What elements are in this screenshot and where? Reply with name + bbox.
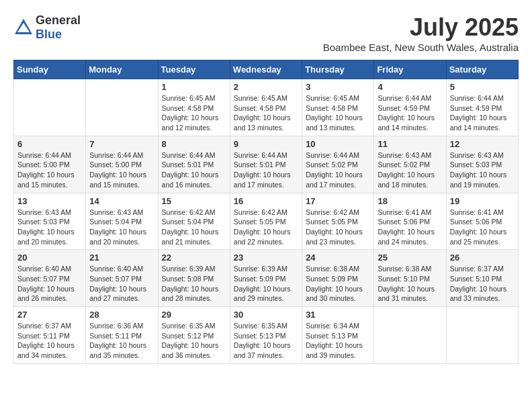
- location-subtitle: Boambee East, New South Wales, Australia: [323, 42, 519, 53]
- day-number: 24: [306, 253, 370, 263]
- logo: General Blue: [13, 13, 81, 42]
- calendar-cell: [446, 307, 518, 364]
- logo-text-general: General: [36, 13, 81, 27]
- calendar-cell: 23Sunrise: 6:39 AM Sunset: 5:09 PM Dayli…: [230, 250, 302, 307]
- day-info: Sunrise: 6:34 AM Sunset: 5:13 PM Dayligh…: [306, 321, 370, 361]
- day-info: Sunrise: 6:45 AM Sunset: 4:58 PM Dayligh…: [162, 93, 226, 133]
- day-number: 16: [234, 196, 298, 206]
- calendar-cell: 14Sunrise: 6:43 AM Sunset: 5:04 PM Dayli…: [86, 193, 158, 250]
- calendar-cell: 13Sunrise: 6:43 AM Sunset: 5:03 PM Dayli…: [14, 193, 86, 250]
- calendar-cell: 30Sunrise: 6:35 AM Sunset: 5:13 PM Dayli…: [230, 307, 302, 364]
- day-info: Sunrise: 6:43 AM Sunset: 5:02 PM Dayligh…: [378, 150, 442, 190]
- calendar-week-row: 6Sunrise: 6:44 AM Sunset: 5:00 PM Daylig…: [14, 136, 519, 193]
- day-info: Sunrise: 6:44 AM Sunset: 5:01 PM Dayligh…: [234, 150, 298, 190]
- day-number: 20: [17, 253, 82, 263]
- day-number: 23: [234, 253, 298, 263]
- day-info: Sunrise: 6:44 AM Sunset: 4:59 PM Dayligh…: [378, 93, 442, 133]
- day-number: 14: [89, 196, 154, 206]
- calendar-week-row: 20Sunrise: 6:40 AM Sunset: 5:07 PM Dayli…: [14, 250, 519, 307]
- calendar-cell: 10Sunrise: 6:44 AM Sunset: 5:02 PM Dayli…: [302, 136, 374, 193]
- day-info: Sunrise: 6:39 AM Sunset: 5:08 PM Dayligh…: [162, 264, 226, 304]
- calendar-cell: 29Sunrise: 6:35 AM Sunset: 5:12 PM Dayli…: [158, 307, 230, 364]
- day-number: 6: [17, 139, 82, 149]
- day-info: Sunrise: 6:44 AM Sunset: 5:01 PM Dayligh…: [162, 150, 226, 190]
- day-number: 5: [450, 82, 515, 92]
- calendar-cell: 16Sunrise: 6:42 AM Sunset: 5:05 PM Dayli…: [230, 193, 302, 250]
- day-number: 13: [17, 196, 82, 206]
- weekday-header-saturday: Saturday: [446, 60, 518, 79]
- page-header: General Blue July 2025 Boambee East, New…: [13, 13, 519, 53]
- calendar-week-row: 13Sunrise: 6:43 AM Sunset: 5:03 PM Dayli…: [14, 193, 519, 250]
- calendar-cell: 19Sunrise: 6:41 AM Sunset: 5:06 PM Dayli…: [446, 193, 518, 250]
- day-info: Sunrise: 6:41 AM Sunset: 5:06 PM Dayligh…: [378, 208, 442, 247]
- day-number: 27: [17, 310, 82, 320]
- title-block: July 2025 Boambee East, New South Wales,…: [323, 13, 519, 53]
- day-info: Sunrise: 6:44 AM Sunset: 5:00 PM Dayligh…: [89, 150, 154, 190]
- day-number: 7: [89, 139, 154, 149]
- calendar-cell: 18Sunrise: 6:41 AM Sunset: 5:06 PM Dayli…: [374, 193, 446, 250]
- calendar-week-row: 1Sunrise: 6:45 AM Sunset: 4:58 PM Daylig…: [14, 79, 519, 136]
- day-info: Sunrise: 6:45 AM Sunset: 4:58 PM Dayligh…: [306, 93, 370, 133]
- day-info: Sunrise: 6:38 AM Sunset: 5:10 PM Dayligh…: [378, 264, 442, 304]
- day-number: 22: [162, 253, 226, 263]
- calendar-cell: 17Sunrise: 6:42 AM Sunset: 5:05 PM Dayli…: [302, 193, 374, 250]
- weekday-header-monday: Monday: [86, 60, 158, 79]
- calendar-cell: [374, 307, 446, 364]
- calendar-cell: 9Sunrise: 6:44 AM Sunset: 5:01 PM Daylig…: [230, 136, 302, 193]
- calendar-cell: 15Sunrise: 6:42 AM Sunset: 5:04 PM Dayli…: [158, 193, 230, 250]
- day-info: Sunrise: 6:43 AM Sunset: 5:03 PM Dayligh…: [17, 208, 82, 247]
- weekday-header-thursday: Thursday: [302, 60, 374, 79]
- calendar-cell: 20Sunrise: 6:40 AM Sunset: 5:07 PM Dayli…: [14, 250, 86, 307]
- calendar-week-row: 27Sunrise: 6:37 AM Sunset: 5:11 PM Dayli…: [14, 307, 519, 364]
- day-number: 19: [450, 196, 515, 206]
- month-year-title: July 2025: [323, 13, 519, 42]
- day-info: Sunrise: 6:43 AM Sunset: 5:03 PM Dayligh…: [450, 150, 515, 190]
- calendar-cell: 2Sunrise: 6:45 AM Sunset: 4:58 PM Daylig…: [230, 79, 302, 136]
- calendar-cell: 8Sunrise: 6:44 AM Sunset: 5:01 PM Daylig…: [158, 136, 230, 193]
- day-number: 2: [234, 82, 298, 92]
- calendar-cell: 25Sunrise: 6:38 AM Sunset: 5:10 PM Dayli…: [374, 250, 446, 307]
- calendar-cell: 5Sunrise: 6:44 AM Sunset: 4:59 PM Daylig…: [446, 79, 518, 136]
- day-number: 30: [234, 310, 298, 320]
- day-info: Sunrise: 6:44 AM Sunset: 4:59 PM Dayligh…: [450, 93, 515, 133]
- day-info: Sunrise: 6:42 AM Sunset: 5:05 PM Dayligh…: [234, 208, 298, 247]
- day-info: Sunrise: 6:42 AM Sunset: 5:04 PM Dayligh…: [162, 208, 226, 247]
- calendar-cell: [14, 79, 86, 136]
- weekday-header-wednesday: Wednesday: [230, 60, 302, 79]
- day-info: Sunrise: 6:37 AM Sunset: 5:10 PM Dayligh…: [450, 264, 515, 304]
- calendar-cell: 11Sunrise: 6:43 AM Sunset: 5:02 PM Dayli…: [374, 136, 446, 193]
- day-info: Sunrise: 6:39 AM Sunset: 5:09 PM Dayligh…: [234, 264, 298, 304]
- day-info: Sunrise: 6:35 AM Sunset: 5:12 PM Dayligh…: [162, 321, 226, 361]
- day-number: 12: [450, 139, 515, 149]
- day-info: Sunrise: 6:38 AM Sunset: 5:09 PM Dayligh…: [306, 264, 370, 304]
- calendar-cell: 27Sunrise: 6:37 AM Sunset: 5:11 PM Dayli…: [14, 307, 86, 364]
- day-number: 9: [234, 139, 298, 149]
- calendar-table: SundayMondayTuesdayWednesdayThursdayFrid…: [13, 60, 519, 364]
- day-info: Sunrise: 6:44 AM Sunset: 5:02 PM Dayligh…: [306, 150, 370, 190]
- day-number: 29: [162, 310, 226, 320]
- day-info: Sunrise: 6:36 AM Sunset: 5:11 PM Dayligh…: [89, 321, 154, 361]
- day-number: 3: [306, 82, 370, 92]
- calendar-cell: 21Sunrise: 6:40 AM Sunset: 5:07 PM Dayli…: [86, 250, 158, 307]
- calendar-cell: 26Sunrise: 6:37 AM Sunset: 5:10 PM Dayli…: [446, 250, 518, 307]
- calendar-cell: 1Sunrise: 6:45 AM Sunset: 4:58 PM Daylig…: [158, 79, 230, 136]
- day-number: 31: [306, 310, 370, 320]
- day-info: Sunrise: 6:41 AM Sunset: 5:06 PM Dayligh…: [450, 208, 515, 247]
- weekday-header-tuesday: Tuesday: [158, 60, 230, 79]
- day-number: 8: [162, 139, 226, 149]
- weekday-header-friday: Friday: [374, 60, 446, 79]
- logo-text-blue: Blue: [36, 28, 62, 41]
- day-number: 11: [378, 139, 442, 149]
- day-number: 18: [378, 196, 442, 206]
- weekday-header-sunday: Sunday: [14, 60, 86, 79]
- day-number: 1: [162, 82, 226, 92]
- day-number: 4: [378, 82, 442, 92]
- calendar-cell: 12Sunrise: 6:43 AM Sunset: 5:03 PM Dayli…: [446, 136, 518, 193]
- calendar-cell: 31Sunrise: 6:34 AM Sunset: 5:13 PM Dayli…: [302, 307, 374, 364]
- calendar-cell: 4Sunrise: 6:44 AM Sunset: 4:59 PM Daylig…: [374, 79, 446, 136]
- calendar-cell: 6Sunrise: 6:44 AM Sunset: 5:00 PM Daylig…: [14, 136, 86, 193]
- day-info: Sunrise: 6:40 AM Sunset: 5:07 PM Dayligh…: [89, 264, 154, 304]
- calendar-header-row: SundayMondayTuesdayWednesdayThursdayFrid…: [14, 60, 519, 79]
- calendar-cell: [86, 79, 158, 136]
- calendar-cell: 7Sunrise: 6:44 AM Sunset: 5:00 PM Daylig…: [86, 136, 158, 193]
